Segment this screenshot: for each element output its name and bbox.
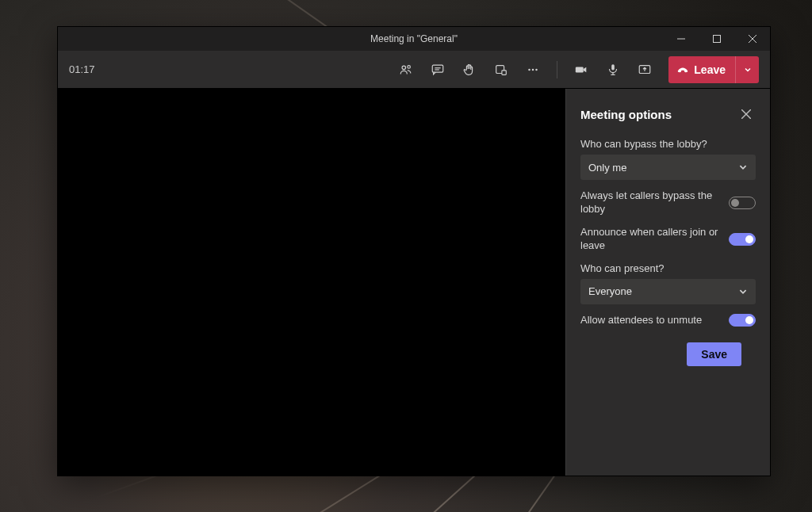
toolbar-divider [557, 61, 557, 78]
lobby-bypass-label: Who can bypass the lobby? [580, 138, 756, 150]
chevron-down-icon [744, 66, 752, 74]
share-icon [638, 63, 652, 77]
unmute-toggle[interactable] [729, 314, 756, 327]
meeting-window: Meeting in "General" 01:17 [57, 26, 771, 476]
svg-point-12 [532, 68, 534, 71]
svg-point-11 [529, 68, 531, 71]
elapsed-time: 01:17 [69, 63, 95, 75]
save-button[interactable]: Save [687, 342, 741, 366]
svg-rect-1 [713, 36, 720, 43]
video-stage[interactable] [58, 89, 565, 476]
close-window-button[interactable] [734, 27, 770, 51]
announce-label: Announce when callers join or leave [580, 226, 721, 253]
more-actions-button[interactable] [519, 55, 547, 84]
breakout-rooms-button[interactable] [487, 55, 515, 84]
chevron-down-icon [738, 162, 748, 172]
present-value: Everyone [588, 285, 632, 297]
rooms-icon [494, 63, 508, 77]
callers-bypass-label: Always let callers bypass the lobby [580, 189, 721, 216]
svg-point-13 [536, 68, 538, 71]
lobby-bypass-value: Only me [588, 162, 626, 174]
chevron-down-icon [738, 287, 748, 296]
leave-button-main[interactable]: Leave [668, 56, 735, 83]
main-area: Meeting options Who can bypass the lobby… [58, 89, 770, 476]
present-select[interactable]: Everyone [580, 279, 756, 304]
panel-close-button[interactable] [737, 105, 756, 124]
raise-hand-button[interactable] [455, 55, 484, 84]
hangup-icon [676, 63, 689, 76]
unmute-label: Allow attendees to unmute [580, 314, 721, 327]
chat-button[interactable] [423, 55, 452, 84]
svg-rect-10 [502, 70, 506, 74]
close-icon [741, 109, 751, 119]
share-screen-button[interactable] [630, 55, 659, 84]
callers-bypass-toggle[interactable] [729, 197, 756, 209]
leave-label: Leave [694, 63, 726, 76]
svg-point-5 [408, 65, 411, 68]
announce-toggle[interactable] [729, 233, 756, 246]
people-icon [399, 63, 413, 77]
svg-point-4 [402, 66, 406, 70]
meeting-toolbar: 01:17 [58, 51, 770, 89]
mic-toggle-button[interactable] [599, 55, 627, 84]
more-icon [526, 63, 540, 77]
leave-dropdown-button[interactable] [735, 56, 759, 83]
camera-toggle-button[interactable] [567, 55, 596, 84]
svg-rect-6 [433, 65, 444, 72]
svg-rect-14 [576, 67, 584, 72]
participants-button[interactable] [392, 55, 420, 84]
window-controls [663, 27, 770, 51]
present-label: Who can present? [580, 262, 756, 274]
titlebar[interactable]: Meeting in "General" [58, 27, 770, 51]
lobby-bypass-select[interactable]: Only me [580, 155, 756, 180]
minimize-button[interactable] [663, 27, 699, 51]
panel-title: Meeting options [580, 108, 672, 121]
microphone-icon [606, 63, 620, 77]
meeting-options-panel: Meeting options Who can bypass the lobby… [565, 89, 770, 476]
camera-icon [574, 63, 588, 77]
hand-icon [462, 63, 477, 77]
svg-rect-15 [611, 64, 615, 70]
leave-button[interactable]: Leave [668, 56, 759, 83]
maximize-button[interactable] [699, 27, 734, 51]
chat-icon [431, 63, 445, 77]
